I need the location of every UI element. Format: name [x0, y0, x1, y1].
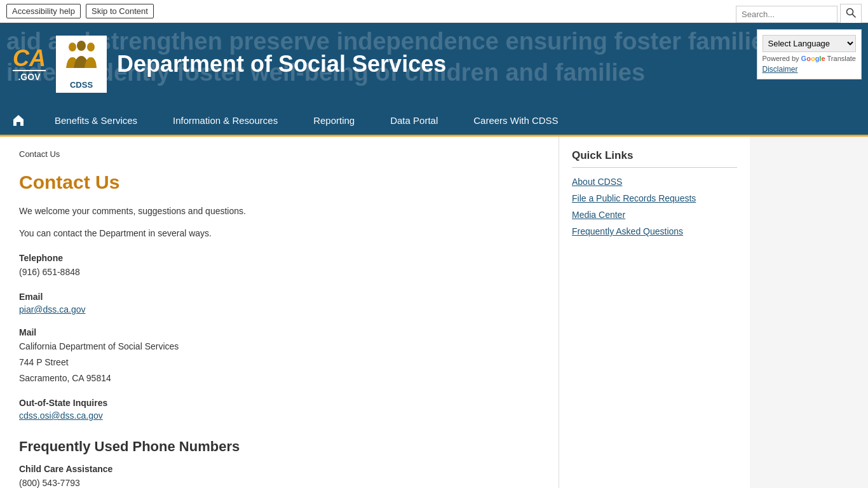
nav-benefits-services[interactable]: Benefits & Services	[37, 106, 155, 135]
ca-gov-logo: CA .GOV	[13, 47, 46, 81]
search-area	[736, 4, 862, 24]
frequently-used-heading: Frequently Used Phone Numbers	[19, 438, 539, 455]
powered-by-text: Powered by Google Translate	[763, 55, 857, 62]
main-content: Contact Us Contact Us We welcome your co…	[0, 137, 559, 488]
mail-section: Mail California Department of Social Ser…	[19, 327, 539, 385]
gov-text: .GOV	[13, 70, 46, 81]
page-wrapper: Contact Us Contact Us We welcome your co…	[0, 137, 868, 488]
email-link[interactable]: piar@dss.ca.gov	[19, 304, 85, 315]
quick-link-public-records[interactable]: File a Public Records Requests	[572, 193, 737, 203]
quick-link-faq[interactable]: Frequently Asked Questions	[572, 226, 737, 236]
google-logo-text: Google	[801, 55, 825, 62]
email-label: Email	[19, 292, 539, 302]
mail-line3: Sacramento, CA 95814	[19, 372, 539, 385]
nav-information-resources[interactable]: Information & Resources	[155, 106, 295, 135]
mail-line2: 744 P Street	[19, 356, 539, 369]
svg-point-4	[87, 43, 95, 51]
home-icon	[11, 113, 25, 127]
language-select[interactable]: Select Language	[763, 35, 857, 52]
out-of-state-label: Out-of-State Inquires	[19, 398, 539, 408]
cdss-figures-icon	[64, 39, 99, 78]
cdss-label: CDSS	[70, 80, 93, 90]
child-care-phone: (800) 543-7793	[19, 477, 539, 488]
header-content: CA .GOV CDSS Department of So	[0, 29, 459, 99]
out-of-state-email-link[interactable]: cdss.osi@dss.ca.gov	[19, 410, 103, 421]
main-nav: Benefits & Services Information & Resour…	[0, 105, 868, 137]
search-icon	[846, 8, 856, 18]
search-button[interactable]	[840, 4, 862, 24]
quick-link-about-cdss[interactable]: About CDSS	[572, 177, 737, 187]
telephone-section: Telephone (916) 651-8848	[19, 253, 539, 279]
telephone-value: (916) 651-8848	[19, 266, 539, 279]
quick-links-title: Quick Links	[572, 149, 737, 168]
top-bar: Accessibility help Skip to Content	[0, 0, 868, 23]
skip-to-content-link[interactable]: Skip to Content	[86, 4, 154, 18]
ca-text: CA	[13, 47, 46, 70]
accessibility-link[interactable]: Accessibility help	[6, 4, 81, 18]
email-section: Email piar@dss.ca.gov	[19, 292, 539, 315]
cdss-logo-box: CDSS	[56, 36, 107, 93]
svg-point-3	[77, 41, 86, 51]
disclaimer-link[interactable]: Disclaimer	[763, 65, 857, 74]
site-title: Department of Social Services	[117, 51, 446, 78]
out-of-state-section: Out-of-State Inquires cdss.osi@dss.ca.go…	[19, 398, 539, 421]
search-input[interactable]	[736, 6, 837, 23]
intro-text-1: We welcome your comments, suggestions an…	[19, 205, 539, 218]
breadcrumb: Contact Us	[19, 149, 539, 159]
translate-box: Select Language Powered by Google Transl…	[757, 29, 862, 79]
nav-careers-cdss[interactable]: Careers With CDSS	[456, 106, 576, 135]
page-heading: Contact Us	[19, 172, 539, 193]
nav-data-portal[interactable]: Data Portal	[372, 106, 456, 135]
site-header: aid and strengthen preserve independence…	[0, 23, 868, 105]
mail-label: Mail	[19, 327, 539, 337]
svg-line-1	[853, 15, 856, 18]
powered-by-label: Powered by	[763, 55, 799, 62]
intro-text-2: You can contact the Department in severa…	[19, 227, 539, 240]
telephone-label: Telephone	[19, 253, 539, 263]
sidebar: Quick Links About CDSS File a Public Rec…	[559, 137, 750, 488]
quick-link-media-center[interactable]: Media Center	[572, 210, 737, 220]
top-bar-links: Accessibility help Skip to Content	[6, 4, 154, 18]
child-care-label: Child Care Assistance	[19, 464, 539, 474]
translate-label: Translate	[827, 55, 856, 62]
svg-point-2	[69, 43, 76, 51]
mail-line1: California Department of Social Services	[19, 340, 539, 353]
home-nav-button[interactable]	[0, 105, 37, 135]
nav-reporting[interactable]: Reporting	[295, 106, 372, 135]
